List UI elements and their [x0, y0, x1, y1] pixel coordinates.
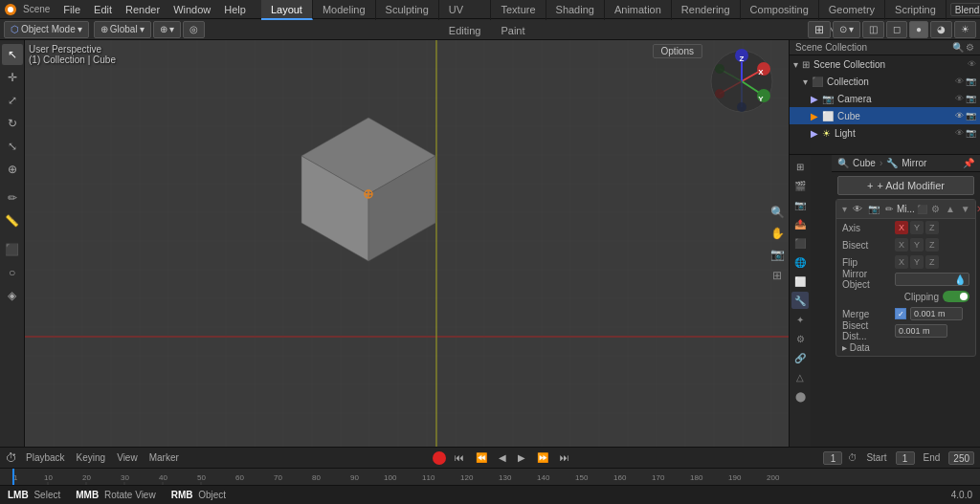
tl-record-btn[interactable]	[433, 451, 446, 465]
tool-rotate[interactable]: ↻	[2, 113, 23, 134]
tab-uv-editing[interactable]: UV Editing	[439, 0, 492, 20]
outliner-options-icon[interactable]: ⚙	[966, 42, 974, 53]
prop-object-icon[interactable]: ⬜	[791, 273, 809, 290]
merge-value-input[interactable]	[910, 307, 963, 320]
shading-solid[interactable]: ●	[909, 21, 928, 38]
cube-eye[interactable]: 👁	[955, 111, 964, 121]
axis-y-btn[interactable]: Y	[910, 221, 924, 234]
tab-shading[interactable]: Shading	[546, 0, 605, 20]
snap-toggle[interactable]: ⊕ ▾	[153, 21, 181, 38]
prop-physics-icon[interactable]: ⚙	[791, 330, 809, 347]
grid-icon[interactable]: ⊞	[768, 266, 787, 285]
tab-geometry-nodes[interactable]: Geometry Nodes	[819, 0, 885, 20]
visibility-eye[interactable]: 👁	[968, 59, 976, 69]
bisect-z-btn[interactable]: Z	[925, 238, 939, 252]
collection-cam[interactable]: 📷	[966, 77, 976, 86]
tool-transform[interactable]: ⊕	[2, 159, 23, 180]
timeline-ruler[interactable]: 1 10 20 30 40 50 60 70 80 90 100 110 120…	[0, 469, 980, 485]
tl-playback-menu[interactable]: Playback	[23, 452, 68, 463]
flip-y-btn[interactable]: Y	[910, 255, 924, 269]
outliner-row-cube[interactable]: ▶ ⬜ Cube 👁 📷	[790, 107, 980, 124]
light-eye[interactable]: 👁	[955, 128, 964, 138]
tool-annotate[interactable]: ✏	[2, 187, 23, 208]
tab-rendering[interactable]: Rendering	[672, 0, 741, 20]
mode-selector[interactable]: ⬡ Object Mode ▾	[4, 21, 89, 38]
bisect-y-btn[interactable]: Y	[910, 238, 924, 252]
prop-scene-icon[interactable]: 🎬	[791, 177, 809, 194]
cube-cam-icon[interactable]: 📷	[966, 111, 976, 121]
mod-expand-icon[interactable]: ▾	[840, 204, 849, 214]
prop-active-tool-icon[interactable]: ⊞	[791, 158, 809, 175]
shading-wireframe[interactable]: ◻	[886, 21, 907, 38]
tool-add-circle[interactable]: ○	[2, 262, 23, 283]
overlay-toggle[interactable]: ⊙ ▾	[833, 21, 860, 38]
data-header[interactable]: ▸ Data	[842, 342, 969, 353]
nav-gizmo[interactable]: X Y Z	[708, 48, 775, 115]
tab-layout[interactable]: Layout	[261, 0, 313, 20]
outliner-row-light[interactable]: ▶ ☀ Light 👁 📷	[790, 124, 980, 142]
zoom-icon[interactable]: 🔍	[768, 203, 787, 222]
clipping-toggle[interactable]	[943, 291, 969, 302]
breadcrumb-pin-icon[interactable]: 📌	[963, 158, 974, 168]
tl-view-menu[interactable]: View	[114, 452, 141, 463]
mirror-object-input[interactable]: 💧	[895, 273, 969, 286]
mirror-object-eyedrop[interactable]: 💧	[954, 274, 966, 285]
tab-texture-paint[interactable]: Texture Paint	[491, 0, 546, 20]
camera-icon[interactable]: 📷	[768, 245, 787, 264]
tool-cursor[interactable]: ✛	[2, 67, 23, 88]
tl-jump-start-btn[interactable]: ⏮	[452, 452, 467, 463]
shading-material[interactable]: ◕	[930, 21, 952, 38]
tab-animation[interactable]: Animation	[605, 0, 672, 20]
hand-icon[interactable]: ✋	[768, 224, 787, 243]
prop-modifier-icon[interactable]: 🔧	[791, 292, 809, 309]
outliner-filter-icon[interactable]: 🔍	[952, 42, 964, 53]
viewport[interactable]: User Perspective (1) Collection | Cube O…	[25, 40, 789, 447]
tl-prev-frame-btn[interactable]: ⏪	[473, 452, 490, 463]
axis-x-btn[interactable]: X	[895, 221, 908, 234]
mod-delete-icon[interactable]: ✕	[974, 204, 980, 214]
outliner-row-scene-collection[interactable]: ▾ ⊞ Scene Collection 👁	[790, 55, 980, 73]
tl-marker-menu[interactable]: Marker	[146, 452, 182, 463]
prop-render-icon[interactable]: 📷	[791, 196, 809, 213]
tab-modeling[interactable]: Modeling	[313, 0, 376, 20]
menu-render[interactable]: Render	[120, 0, 166, 19]
camera-eye[interactable]: 👁	[955, 94, 964, 103]
prop-material-icon[interactable]: ⬤	[791, 387, 809, 405]
menu-window[interactable]: Window	[167, 0, 216, 19]
prop-constraints-icon[interactable]: 🔗	[791, 349, 809, 366]
mod-settings-icon[interactable]: ⚙	[929, 204, 942, 214]
prop-particles-icon[interactable]: ✦	[791, 311, 809, 328]
tab-compositing[interactable]: Compositing	[741, 0, 819, 20]
tool-scale[interactable]: ⤡	[2, 136, 23, 157]
tool-add-monkey[interactable]: ◈	[2, 285, 23, 306]
light-cam-icon[interactable]: 📷	[966, 128, 976, 138]
flip-z-btn[interactable]: Z	[925, 255, 939, 269]
tab-scripting[interactable]: Scripting	[885, 0, 947, 20]
tl-editor-type-icon[interactable]: ⏱	[6, 451, 17, 465]
prop-output-icon[interactable]: 📤	[791, 215, 809, 232]
mod-edit-icon[interactable]: ✏	[883, 204, 895, 214]
proportional-edit-toggle[interactable]: ◎	[183, 21, 205, 38]
bisect-dist-input[interactable]	[895, 324, 947, 338]
breadcrumb-search-icon[interactable]: 🔍	[837, 158, 849, 168]
axis-z-btn[interactable]: Z	[925, 221, 939, 234]
mod-realtime-icon[interactable]: 👁	[851, 204, 864, 214]
add-modifier-button[interactable]: + + Add Modifier	[837, 176, 974, 195]
menu-edit[interactable]: Edit	[88, 0, 118, 19]
mod-up-icon[interactable]: ▲	[944, 204, 957, 214]
merge-checkbox[interactable]: ✓	[895, 308, 906, 319]
prop-object-data-icon[interactable]: △	[791, 368, 809, 385]
mod-down-icon[interactable]: ▼	[959, 204, 972, 214]
mod-render-icon[interactable]: 📷	[866, 204, 881, 214]
tool-select[interactable]: ↖	[2, 44, 23, 65]
editor-type-icon[interactable]: ⊞	[808, 21, 831, 38]
breadcrumb-object[interactable]: Cube	[853, 158, 876, 168]
tl-keying-menu[interactable]: Keying	[74, 452, 109, 463]
tool-measure[interactable]: 📏	[2, 210, 23, 231]
xray-toggle[interactable]: ◫	[862, 21, 884, 38]
menu-help[interactable]: Help	[218, 0, 252, 19]
tl-play-reverse-btn[interactable]: ◀	[496, 452, 509, 463]
collection-eye[interactable]: 👁	[955, 77, 964, 86]
tl-start-frame[interactable]: 1	[896, 451, 915, 465]
prop-world-icon[interactable]: 🌐	[791, 253, 809, 271]
